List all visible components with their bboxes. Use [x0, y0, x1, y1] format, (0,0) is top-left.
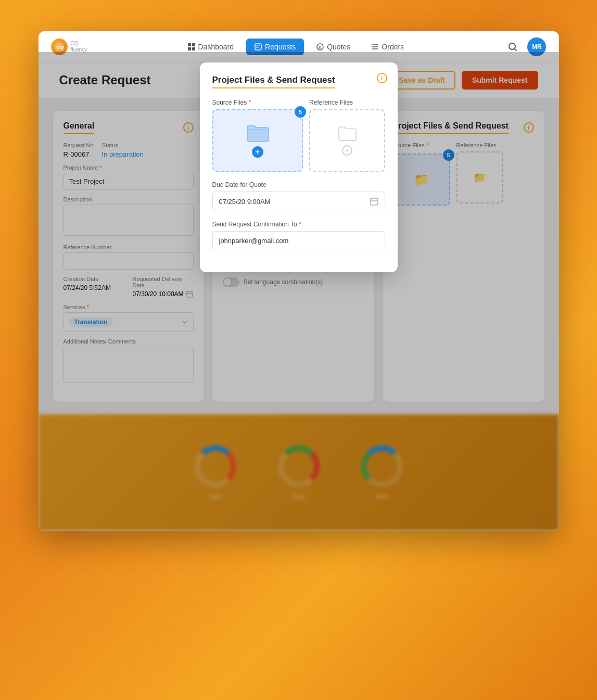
logo-text: CQ fluency: [71, 41, 87, 53]
search-icon: [508, 42, 517, 52]
modal-reference-files-drop[interactable]: +: [309, 109, 385, 172]
add-file-button[interactable]: +: [252, 146, 263, 158]
svg-rect-2: [188, 43, 191, 46]
calendar-icon: [370, 197, 378, 206]
requests-icon: [255, 43, 262, 50]
svg-rect-6: [255, 44, 261, 50]
modal-title: Project Files & Send Request: [212, 75, 335, 88]
folder-outline-icon: [338, 125, 357, 141]
modal-source-badge: 5: [295, 106, 306, 118]
svg-rect-4: [188, 47, 191, 50]
svg-line-15: [515, 48, 517, 50]
svg-rect-20: [371, 198, 378, 205]
orders-icon: [371, 43, 378, 50]
modal-source-files-drop[interactable]: 5 +: [212, 109, 303, 172]
svg-rect-3: [192, 43, 195, 46]
modal-card: i Project Files & Send Request Source Fi…: [200, 62, 398, 272]
grid-icon: [188, 43, 195, 50]
source-file-icon: +: [246, 123, 269, 158]
modal-overlay: i Project Files & Send Request Source Fi…: [39, 52, 559, 531]
folder-icon: [246, 123, 269, 142]
add-ref-file-button[interactable]: +: [342, 145, 352, 156]
quotes-icon: $: [316, 43, 324, 50]
email-confirmation-input[interactable]: [212, 231, 385, 250]
modal-due-date-section: Due Date for Quote 07/25/20 9:00AM: [212, 181, 385, 211]
ref-file-icon: +: [338, 125, 357, 156]
modal-info-icon[interactable]: i: [377, 73, 387, 83]
svg-text:$: $: [319, 45, 321, 50]
app-window: CQ CQ fluency Dashboard: [39, 31, 559, 531]
modal-email-section: Send Request Confirmation To *: [212, 221, 385, 250]
svg-text:CQ: CQ: [57, 45, 64, 50]
svg-rect-5: [192, 47, 195, 50]
due-date-input[interactable]: 07/25/20 9:00AM: [212, 192, 385, 211]
modal-source-col: Source Files * 5 +: [212, 99, 303, 172]
modal-files-row: Source Files * 5 +: [212, 99, 385, 172]
modal-reference-col: Reference Files +: [309, 99, 385, 172]
